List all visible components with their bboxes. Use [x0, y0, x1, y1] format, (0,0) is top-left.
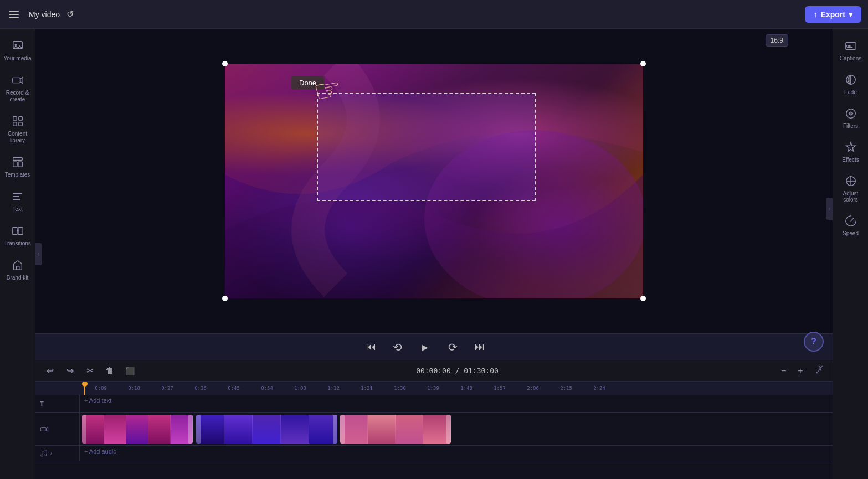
right-sidebar-collapse-handle[interactable]: ‹: [826, 198, 833, 220]
right-sidebar-item-captions[interactable]: CC Captions: [833, 33, 868, 67]
export-button[interactable]: ↑ Export ▾: [805, 6, 861, 23]
right-sidebar-label-fade: Fade: [844, 89, 857, 95]
svg-rect-10: [12, 228, 17, 235]
right-sidebar-label-adjust-colors: Adjust colors: [835, 190, 866, 203]
timeline-timecode-container: 00:00:00 / 01:30:00: [142, 367, 773, 375]
clip-1-handle-right[interactable]: [188, 415, 193, 444]
right-sidebar-item-adjust-colors[interactable]: Adjust colors: [833, 168, 868, 208]
right-sidebar-label-effects: Effects: [842, 157, 859, 163]
ruler-mark: 2:06: [516, 385, 549, 391]
video-clip-2[interactable]: [196, 415, 337, 444]
right-sidebar-item-filters[interactable]: Filters: [833, 101, 868, 135]
clip-3-handle-left[interactable]: [340, 415, 345, 444]
ruler-mark: 1:12: [317, 385, 350, 391]
video-clip-3[interactable]: [340, 415, 451, 444]
text-track-label: T: [35, 395, 80, 412]
clip-2-handle-left[interactable]: [196, 415, 201, 444]
export-dropdown-icon: ▾: [849, 10, 852, 19]
clip-3-handle-right[interactable]: [446, 415, 451, 444]
templates-icon: [11, 155, 25, 169]
help-button[interactable]: ?: [804, 332, 824, 352]
undo-button[interactable]: ↩: [42, 363, 58, 379]
text-track-content: + Add text: [80, 395, 833, 412]
video-clip-1[interactable]: [82, 415, 193, 444]
sidebar-label-brand-kit: Brand kit: [7, 275, 28, 281]
media-icon: [11, 39, 25, 53]
playback-center: ⏮ ⟲ ▶ ⟳ ⏭: [362, 337, 489, 357]
sidebar-item-record-create[interactable]: Record &create: [0, 68, 35, 109]
topbar-right: ↑ Export ▾: [805, 6, 861, 23]
brand-icon: [11, 258, 25, 272]
sidebar-item-your-media[interactable]: Your media: [0, 33, 35, 68]
svg-rect-7: [13, 158, 22, 161]
delete-button[interactable]: 🗑: [102, 363, 117, 379]
ruler-mark: 2:15: [549, 385, 583, 391]
save-to-media-button[interactable]: ⬛: [122, 363, 137, 379]
aspect-ratio-badge[interactable]: 16:9: [766, 34, 788, 47]
zoom-out-button[interactable]: −: [777, 364, 790, 378]
sidebar-item-content-library[interactable]: Content library: [0, 109, 35, 150]
text-track: T + Add text: [35, 395, 833, 413]
preview-container: 16:9: [35, 29, 833, 333]
handle-bottom-left[interactable]: [222, 296, 228, 301]
ruler-mark: 1:21: [350, 385, 383, 391]
forward-button[interactable]: ⟳: [444, 338, 462, 356]
right-sidebar: CC Captions Fade Filters Effects: [833, 29, 868, 479]
svg-rect-12: [16, 266, 19, 270]
redo-button[interactable]: ↪: [62, 363, 78, 379]
chevron-down-button[interactable]: ⌄: [816, 359, 825, 371]
sidebar-label-transitions: Transitions: [4, 240, 31, 247]
right-sidebar-item-effects[interactable]: Effects: [833, 135, 868, 168]
ruler-mark: 0:18: [117, 385, 151, 391]
cut-button[interactable]: ✂: [82, 363, 97, 379]
right-sidebar-label-captions: Captions: [840, 55, 861, 61]
skip-back-button[interactable]: ⏮: [362, 338, 380, 356]
timeline-ruler: 0:09 0:18 0:27 0:36 0:45 0:54 1:03 1:12 …: [35, 382, 833, 395]
video-title[interactable]: My video: [29, 10, 60, 19]
main-area: Your media Record &create Content librar…: [0, 29, 868, 479]
add-audio-button[interactable]: + Add audio: [80, 446, 121, 457]
handle-top-left[interactable]: [222, 61, 228, 66]
center-area: 16:9: [35, 29, 833, 479]
export-icon: ↑: [814, 10, 818, 19]
audio-track-icon: [40, 450, 48, 457]
right-sidebar-item-speed[interactable]: Speed: [833, 208, 868, 242]
menu-button[interactable]: [7, 7, 22, 22]
zoom-in-button[interactable]: +: [794, 364, 807, 378]
sidebar-item-text[interactable]: Text: [0, 184, 35, 218]
svg-rect-4: [18, 117, 22, 120]
audio-track-content: + Add audio: [80, 446, 833, 461]
svg-rect-9: [18, 162, 22, 167]
play-button[interactable]: ▶: [415, 337, 435, 357]
content-library-icon: [11, 114, 25, 128]
topbar: My video ↺ ↑ Export ▾: [0, 0, 868, 29]
sidebar-item-brand-kit[interactable]: Brand kit: [0, 253, 35, 287]
sidebar-collapse-handle[interactable]: ›: [35, 243, 42, 265]
svg-point-16: [45, 454, 47, 456]
skip-forward-button[interactable]: ⏭: [471, 338, 489, 356]
sidebar-item-templates[interactable]: Templates: [0, 150, 35, 184]
handle-bottom-right[interactable]: [640, 296, 646, 301]
handle-top-right[interactable]: [640, 61, 646, 66]
crop-selection[interactable]: [317, 93, 536, 201]
clip-1-handle-left[interactable]: [82, 415, 86, 444]
rewind-button[interactable]: ⟲: [389, 338, 407, 356]
add-text-button[interactable]: + Add text: [80, 395, 116, 406]
svg-rect-2: [12, 78, 20, 83]
svg-rect-11: [18, 228, 22, 235]
sidebar-item-transitions[interactable]: Transitions: [0, 218, 35, 253]
sidebar-label-content-library: Content library: [2, 131, 33, 144]
video-track-content: [80, 413, 833, 445]
sidebar-label-your-media: Your media: [3, 55, 31, 62]
svg-point-15: [41, 454, 43, 456]
ruler-mark: 0:54: [250, 385, 284, 391]
video-frame: Done ☞: [225, 64, 643, 298]
clip-2-handle-right[interactable]: [333, 415, 337, 444]
right-sidebar-label-speed: Speed: [843, 230, 859, 236]
right-sidebar-item-fade[interactable]: Fade: [833, 67, 868, 101]
text-icon: [11, 189, 25, 204]
effects-icon: [844, 140, 858, 154]
refresh-icon[interactable]: ↺: [66, 9, 78, 20]
ruler-mark: 0:45: [217, 385, 250, 391]
sidebar-label-record-create: Record &create: [6, 90, 29, 103]
